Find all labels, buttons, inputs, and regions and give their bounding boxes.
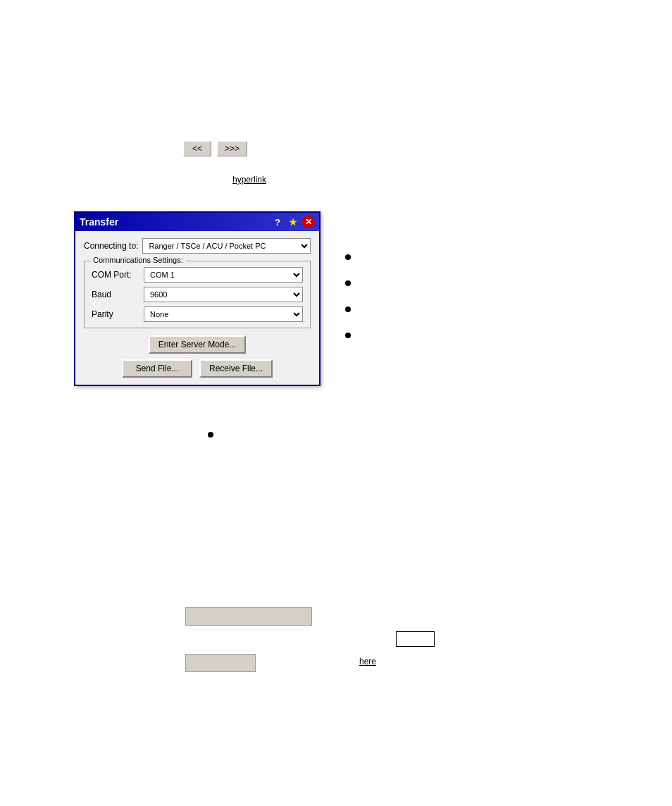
bottom-button-1[interactable] bbox=[185, 607, 312, 626]
baud-select[interactable]: 9600 19200 38400 57600 115200 bbox=[144, 287, 303, 302]
star-icon[interactable]: ★ bbox=[287, 216, 299, 228]
bullet-dot-3 bbox=[345, 306, 351, 312]
bullet-dot-lower bbox=[208, 432, 213, 438]
bullets-right-group bbox=[345, 252, 356, 356]
dialog-title: Transfer bbox=[80, 216, 118, 228]
parity-label: Parity bbox=[92, 309, 139, 319]
server-mode-row: Enter Server Mode... bbox=[84, 335, 311, 354]
bullet-dot-4 bbox=[345, 333, 351, 338]
com-port-row: COM Port: COM 1 COM 2 COM 3 bbox=[92, 267, 303, 283]
file-buttons-row: Send File... Receive File... bbox=[84, 359, 311, 378]
bullet-item-3 bbox=[345, 304, 356, 312]
send-file-button[interactable]: Send File... bbox=[122, 359, 192, 378]
parity-row: Parity None Odd Even bbox=[92, 306, 303, 322]
next-button[interactable]: >>> bbox=[217, 141, 247, 156]
connecting-label: Connecting to: bbox=[84, 241, 138, 251]
top-underline-link[interactable]: hyperlink bbox=[232, 175, 266, 185]
transfer-dialog: Transfer ? ★ ✕ Connecting to: Ranger / T… bbox=[74, 211, 321, 386]
title-icons: ? ★ ✕ bbox=[271, 216, 315, 228]
com-port-label: COM Port: bbox=[92, 270, 139, 280]
bottom-button-2[interactable] bbox=[185, 654, 256, 672]
dialog-titlebar: Transfer ? ★ ✕ bbox=[75, 213, 319, 231]
bullet-dot-1 bbox=[345, 254, 351, 260]
comm-settings-group: Communications Settings: COM Port: COM 1… bbox=[84, 261, 311, 328]
connecting-row: Connecting to: Ranger / TSCe / ACU / Poc… bbox=[84, 238, 311, 254]
prev-button[interactable]: << bbox=[183, 141, 211, 156]
bottom-input-right[interactable] bbox=[396, 631, 435, 647]
server-mode-button[interactable]: Enter Server Mode... bbox=[149, 335, 247, 354]
bullet-item-4 bbox=[345, 330, 356, 338]
receive-file-button[interactable]: Receive File... bbox=[199, 359, 273, 378]
baud-label: Baud bbox=[92, 290, 139, 299]
bullet-dot-2 bbox=[345, 280, 351, 286]
baud-row: Baud 9600 19200 38400 57600 115200 bbox=[92, 287, 303, 302]
connecting-select[interactable]: Ranger / TSCe / ACU / Pocket PC bbox=[142, 238, 311, 254]
parity-select[interactable]: None Odd Even bbox=[144, 306, 303, 322]
dialog-body: Connecting to: Ranger / TSCe / ACU / Poc… bbox=[75, 231, 319, 385]
comm-settings-legend: Communications Settings: bbox=[90, 256, 186, 264]
bottom-underline-link[interactable]: here bbox=[359, 657, 376, 666]
top-button-group: << >>> bbox=[183, 141, 247, 156]
com-port-select[interactable]: COM 1 COM 2 COM 3 bbox=[144, 267, 303, 283]
close-icon[interactable]: ✕ bbox=[302, 216, 315, 228]
bullet-item-1 bbox=[345, 252, 356, 260]
help-icon[interactable]: ? bbox=[271, 216, 284, 228]
bullet-item-2 bbox=[345, 278, 356, 286]
bullet-lower bbox=[208, 430, 219, 438]
